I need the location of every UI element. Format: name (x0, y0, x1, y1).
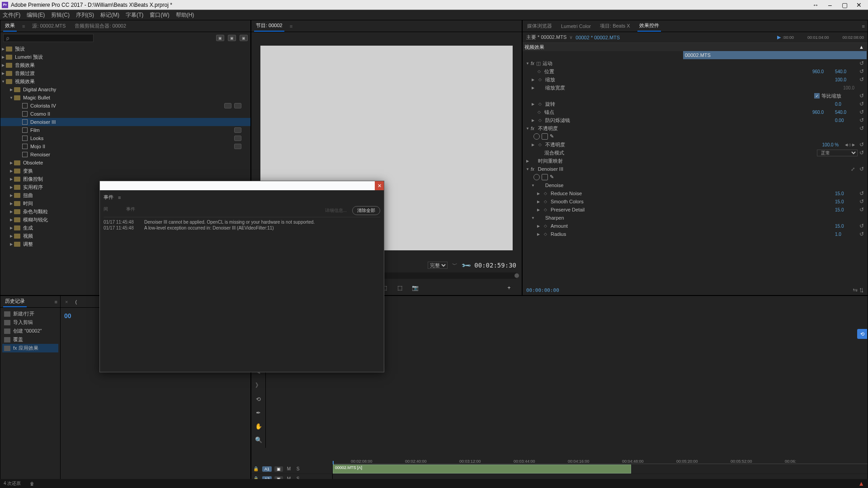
tree-item-looks[interactable]: Looks (0, 134, 250, 142)
warning-icon[interactable]: ▲ (858, 480, 864, 487)
tool-10[interactable]: 🔍 (254, 435, 263, 444)
track-m-button[interactable]: M (286, 466, 292, 471)
scale-value[interactable]: 100.0 (835, 77, 858, 82)
effects-search-input[interactable] (3, 34, 94, 42)
effect-panel-icon[interactable]: ⤢ (851, 166, 855, 172)
yuv-badge[interactable]: ▣ (240, 35, 248, 41)
history-item[interactable]: 新建/打开 (2, 310, 58, 318)
tree-item-变换[interactable]: ▶变换 (0, 167, 250, 175)
menu-window[interactable]: 窗口(W) (150, 11, 169, 19)
clip-link[interactable]: 00002 * 00002.MTS (576, 35, 620, 40)
tree-item-音频过渡[interactable]: ▶音频过渡 (0, 69, 250, 77)
rect-mask-button-2[interactable] (542, 174, 548, 180)
time-remap[interactable]: 时间重映射 (536, 158, 866, 164)
panel-menu-icon[interactable]: ≡ (862, 23, 865, 29)
keyframe-toggle[interactable]: ◇ (535, 69, 542, 74)
menu-help[interactable]: 帮助(H) (176, 11, 194, 19)
button-editor[interactable]: + (505, 283, 514, 292)
audio-mixer-tab[interactable]: 音频剪辑混合器: 00002 (73, 21, 128, 31)
dropdown-icon[interactable]: ﹀ (452, 261, 458, 269)
menu-sequence[interactable]: 序列(S) (76, 11, 94, 19)
tree-item-obsolete[interactable]: ▶Obsolete (0, 159, 250, 167)
tree-item-magic-bullet[interactable]: ▼Magic Bullet (0, 94, 250, 102)
history-item[interactable]: 覆盖 (2, 335, 58, 344)
extra-button[interactable]: ↔ (812, 1, 819, 9)
lock-icon[interactable]: 🔒 (253, 466, 259, 471)
smooth-colors-value[interactable]: 15.0 (835, 199, 858, 204)
blend-mode-select[interactable]: 正常 (817, 150, 858, 156)
reset-button[interactable]: ↺ (858, 60, 866, 66)
32bit-badge[interactable]: ▣ (228, 35, 236, 41)
event-row[interactable]: 01/17 11:45:48A low-level exception occu… (104, 225, 380, 231)
program-tab[interactable]: 节目: 00002 (254, 20, 284, 32)
effects-tab[interactable]: 效果 (3, 20, 17, 32)
close-button[interactable]: ✕ (855, 1, 863, 9)
effect-controls-tab[interactable]: 效果控件 (637, 20, 661, 32)
sync-lock[interactable]: ▣ (274, 466, 283, 472)
denoiser-effect[interactable]: Denoiser III (536, 166, 851, 172)
history-item[interactable]: 导入剪辑 (2, 318, 58, 327)
col-detail[interactable]: 详细信息... (325, 207, 347, 214)
radius-value[interactable]: 1.0 (835, 232, 858, 237)
rect-mask-button[interactable] (542, 133, 548, 140)
reduce-noise-value[interactable]: 15.0 (835, 191, 858, 196)
motion-effect[interactable]: 运动 (541, 60, 858, 67)
dialog-close-button[interactable]: ✕ (375, 181, 384, 190)
timeline-toggle-icon[interactable]: ▶ (777, 34, 781, 40)
position-x[interactable]: 960.0 (812, 69, 835, 74)
tree-item-colorista-iv[interactable]: Colorista IV (0, 102, 250, 110)
ellipse-mask-button[interactable] (533, 133, 540, 140)
tree-item-digital-anarchy[interactable]: ▶Digital Anarchy (0, 85, 250, 94)
project-tab[interactable]: 项目: Beats X (598, 21, 632, 31)
ellipse-mask-button-2[interactable] (533, 174, 540, 180)
tool-9[interactable]: ✋ (254, 422, 263, 431)
tree-item-lumetri-预设[interactable]: ▶Lumetri 预设 (0, 53, 250, 61)
tree-item-音频效果[interactable]: ▶音频效果 (0, 61, 250, 69)
position-y[interactable]: 540.0 (835, 69, 858, 74)
anchor-x[interactable]: 960.0 (812, 110, 835, 115)
tree-item-renoiser[interactable]: Renoiser (0, 150, 250, 159)
antiflicker-value[interactable]: 0.00 (835, 118, 858, 123)
menu-edit[interactable]: 编辑(E) (27, 11, 45, 19)
pen-mask-button-2[interactable]: ✎ (550, 174, 556, 180)
opacity-value[interactable]: 100.0 % (822, 142, 845, 147)
tree-item-mojo-ii[interactable]: Mojo II (0, 142, 250, 150)
section-toggle-icon[interactable]: ▲ (859, 44, 864, 50)
menu-marker[interactable]: 标记(M) (100, 11, 119, 19)
tree-item-视频效果[interactable]: ▼视频效果 (0, 77, 250, 85)
timeline-ruler[interactable]: 00:02:08:0000:02:40:0000:03:12:0000:03:4… (333, 448, 868, 464)
tool-8[interactable]: ✒ (254, 408, 263, 417)
tree-item-预设[interactable]: ▶预设 (0, 45, 250, 53)
amount-value[interactable]: 15.0 (835, 224, 858, 229)
teamviewer-tab[interactable]: ⟲ (857, 329, 867, 339)
clip-bar[interactable]: 00002.MTS (683, 51, 867, 59)
settings-wrench-icon[interactable]: 🔧 (461, 260, 471, 270)
trash-icon[interactable]: 🗑 (30, 481, 34, 486)
pen-mask-button[interactable]: ✎ (550, 133, 556, 140)
clear-all-button[interactable]: 清除全部 (352, 206, 380, 215)
quality-select[interactable]: 完整 (428, 262, 448, 269)
events-dialog[interactable]: ✕ 事件≡ 间 事件 详细信息... 清除全部 01/17 11:45:48De… (99, 181, 384, 372)
menu-title[interactable]: 字幕(T) (126, 11, 143, 19)
collapse-icon[interactable]: ▼ (524, 61, 531, 66)
preserve-detail-value[interactable]: 15.0 (835, 207, 858, 212)
events-menu-icon[interactable]: ≡ (118, 195, 121, 200)
timecode-display[interactable]: 00:02:59:30 (474, 262, 516, 269)
opacity-effect[interactable]: 不透明度 (536, 125, 858, 132)
tree-item-cosmo-ii[interactable]: Cosmo II (0, 110, 250, 118)
tree-item-film[interactable]: Film (0, 126, 250, 134)
track-toggle[interactable]: A1 (262, 466, 272, 472)
audio-clip[interactable]: 00002.MTS [A] (333, 465, 631, 474)
minimize-button[interactable]: – (826, 1, 834, 9)
history-item[interactable]: fx 应用效果 (2, 344, 58, 352)
maximize-button[interactable]: ▢ (841, 1, 848, 9)
rotation-value[interactable]: 0.0 (835, 102, 858, 107)
tree-item-denoiser-iii[interactable]: Denoiser III (0, 118, 250, 126)
ec-timecode[interactable]: 00:00:00:00 (526, 287, 559, 293)
accel-badge[interactable]: ▣ (216, 35, 224, 41)
ec-zoom-controls[interactable]: ⮀ ⮁ (853, 287, 864, 293)
uniform-scale-checkbox[interactable]: ✓ (814, 93, 820, 99)
media-browser-tab[interactable]: 媒体浏览器 (525, 21, 554, 31)
track-s-button[interactable]: S (295, 466, 301, 471)
menu-file[interactable]: 文件(F) (3, 11, 20, 19)
